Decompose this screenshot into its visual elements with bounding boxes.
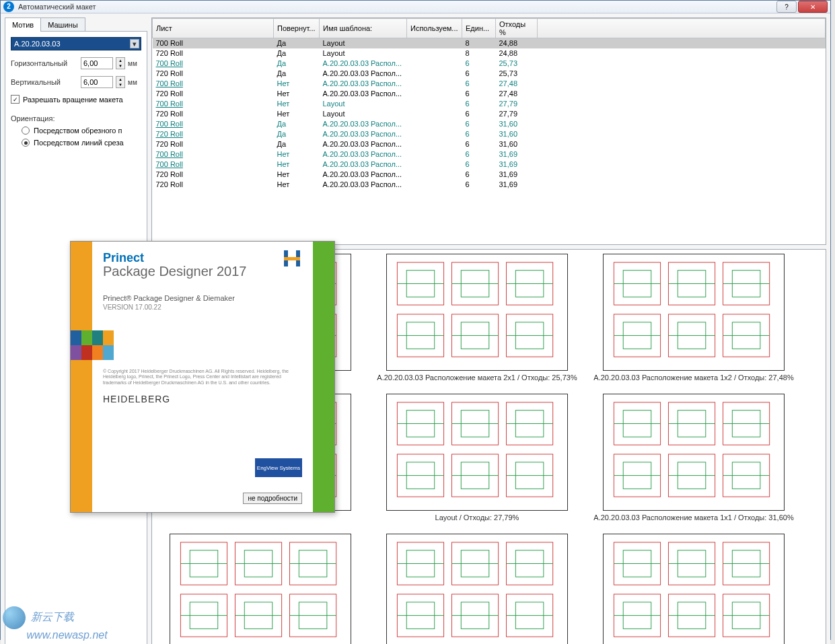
table-row[interactable]: 720 RollНетA.20.20.03.03 Распол...631,69 [153, 170, 826, 180]
gallery-thumb[interactable] [589, 534, 798, 644]
dieline-preview [386, 394, 568, 511]
column-header[interactable]: Имя шаблона: [320, 19, 407, 38]
thumb-caption: A.20.20.03.03 Расположение макета 1x1 / … [593, 513, 793, 522]
vert-spinner[interactable]: ▲▼ [116, 76, 125, 88]
table-row[interactable]: 700 RollНетA.20.20.03.03 Распол...631,69 [153, 149, 826, 159]
window-buttons: ? ✕ [776, 1, 828, 13]
gallery-thumb[interactable]: A.20.20.03.03 Расположение макета 1x2 / … [589, 254, 798, 382]
window-title: Автоматический макет [18, 3, 776, 11]
color-chips-icon [71, 330, 114, 360]
rotate-checkbox-row: ✓ Разрешать вращение макета [11, 95, 141, 104]
combo-value: A.20.20.03.03 [14, 40, 61, 48]
table-row[interactable]: 700 RollНетA.20.20.03.03 Распол...627,48 [153, 79, 826, 89]
chevron-down-icon[interactable]: ▾ [130, 39, 139, 48]
vert-label: Вертикальный [11, 78, 78, 86]
table-row[interactable]: 700 RollДаA.20.20.03.03 Распол...625,73 [153, 59, 826, 69]
rotate-label: Разрешать вращение макета [23, 96, 123, 104]
table-row[interactable]: 700 RollНетA.20.20.03.03 Распол...631,69 [153, 159, 826, 170]
rotate-checkbox[interactable]: ✓ [11, 95, 20, 104]
about-dialog: Prinect Package Designer 2017 Prinect® P… [70, 241, 335, 513]
table-row[interactable]: 700 RollНетLayout627,79 [153, 99, 826, 109]
dieline-preview [170, 534, 351, 644]
table-row[interactable]: 720 RollНетLayout627,79 [153, 109, 826, 119]
results-table[interactable]: ЛистПовернут...Имя шаблона:Используем...… [151, 17, 826, 245]
dieline-preview [603, 254, 785, 371]
gallery-thumb[interactable] [373, 534, 581, 644]
titlebar: 2 Автоматический макет ? ✕ [1, 1, 830, 13]
table-row[interactable]: 720 RollДаA.20.20.03.03 Распол...631,60 [153, 129, 826, 139]
thumb-caption: Layout / Отходы: 27,79% [435, 513, 519, 522]
thumb-caption: A.20.20.03.03 Расположение макета 2x1 / … [377, 373, 577, 382]
version-label: VERSION 17.00.22 [103, 303, 302, 311]
table-row[interactable]: 700 RollДаLayout824,88 [153, 38, 826, 48]
dieline-preview [386, 254, 568, 371]
tab-machines[interactable]: Машины [40, 17, 85, 32]
table-row[interactable]: 720 RollДаLayout824,88 [153, 48, 826, 59]
heidelberg-logo: HEIDELBERG [103, 394, 302, 404]
vert-input[interactable]: 6,00 [81, 76, 113, 88]
gallery-thumb[interactable]: A.20.20.03.03 Расположение макета 1x1 / … [589, 394, 798, 522]
radio-cut-label: Посредством линий среза [34, 139, 124, 147]
product-name: Prinect® Package Designer & Diemaker [103, 294, 302, 302]
svg-rect-182 [284, 257, 300, 260]
table-row[interactable]: 720 RollДаA.20.20.03.03 Распол...625,73 [153, 69, 826, 79]
horiz-label: Горизонтальный [11, 59, 78, 67]
gallery-thumb[interactable]: A.20.20.03.03 Расположение макета 2x1 / … [373, 254, 581, 382]
vert-row: Вертикальный 6,00 ▲▼ мм [11, 76, 141, 88]
column-header[interactable]: Отходы % [496, 19, 538, 38]
brand-title: Prinect [103, 251, 302, 265]
table-row[interactable]: 720 RollНетA.20.20.03.03 Распол...627,48 [153, 89, 826, 99]
radio-trim-label: Посредством обрезного п [34, 127, 122, 135]
column-header[interactable]: Используем... [407, 19, 462, 38]
close-button[interactable]: ✕ [798, 1, 828, 13]
tab-motive[interactable]: Мотив [5, 17, 41, 32]
table-row[interactable]: 720 RollДаA.20.20.03.03 Распол...631,60 [153, 139, 826, 149]
about-content: Prinect Package Designer 2017 Prinect® P… [92, 242, 313, 512]
dieline-preview [603, 534, 785, 644]
radio-cut-row: Посредством линий среза [11, 139, 141, 147]
horiz-spinner[interactable]: ▲▼ [116, 57, 125, 69]
column-header[interactable]: Повернут... [274, 19, 320, 38]
copyright-text: © Copyright 2017 Heidelberger Druckmasch… [103, 369, 302, 386]
orientation-label: Ориентация: [11, 114, 141, 122]
gallery-thumb[interactable]: Layout / Отходы: 27,79% [373, 394, 581, 522]
radio-cut[interactable] [22, 139, 30, 147]
help-button[interactable]: ? [776, 1, 797, 13]
app-icon: 2 [3, 1, 14, 12]
dieline-preview [386, 534, 568, 644]
table-row[interactable]: 720 RollНетA.20.20.03.03 Распол...631,69 [153, 180, 826, 190]
horiz-input[interactable]: 6,00 [81, 57, 113, 69]
stripe-right [313, 242, 334, 512]
engview-logo: EngView Systems [255, 458, 302, 477]
column-header[interactable]: Един... [462, 19, 496, 38]
unit-label: мм [128, 60, 137, 67]
h-logo-icon [282, 248, 302, 269]
column-header[interactable]: Лист [153, 19, 274, 38]
radio-trim-row: Посредством обрезного п [11, 127, 141, 135]
dieline-preview [603, 394, 785, 511]
details-button[interactable]: не подробности [243, 493, 302, 504]
unit-label: мм [128, 79, 137, 86]
thumb-caption: A.20.20.03.03 Расположение макета 1x2 / … [593, 373, 793, 382]
sidebar-tabs: Мотив Машины [5, 17, 147, 32]
table-row[interactable]: 700 RollДаA.20.20.03.03 Распол...631,60 [153, 119, 826, 129]
gallery-thumb[interactable]: A.20.20.03.03 Расположение макета 1x2 / … [156, 534, 365, 644]
stripe-left [71, 242, 92, 512]
template-combo[interactable]: A.20.20.03.03 ▾ [11, 37, 141, 50]
radio-trim[interactable] [22, 127, 30, 135]
brand-subtitle: Package Designer 2017 [103, 264, 302, 279]
horiz-row: Горизонтальный 6,00 ▲▼ мм [11, 57, 141, 69]
